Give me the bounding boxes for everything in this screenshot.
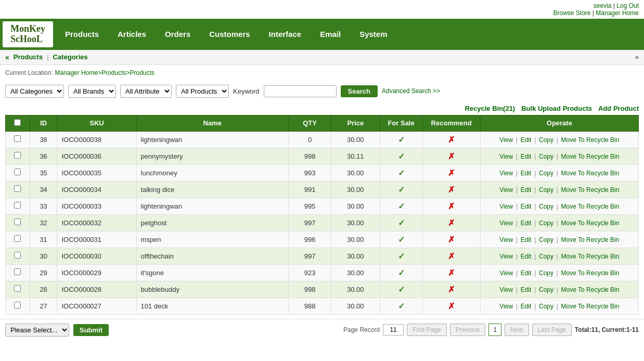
row-checkbox[interactable] — [14, 202, 21, 209]
row-operate: View | Edit | Copy | Move To Recycle Bin — [480, 281, 638, 298]
operate-move-to-recycle-bin[interactable]: Move To Recycle Bin — [561, 286, 620, 293]
brands-select[interactable]: All Brands — [68, 85, 116, 98]
previous-button[interactable]: Previous — [450, 324, 486, 336]
operate-edit[interactable]: Edit — [521, 153, 532, 160]
operate-view[interactable]: View — [499, 236, 513, 243]
browse-store-link[interactable]: Browse Store — [553, 9, 590, 17]
nav-orders[interactable]: Orders — [156, 23, 200, 45]
row-checkbox[interactable] — [14, 185, 21, 192]
header: MonKey ScHooL Products Articles Orders C… — [0, 19, 644, 50]
operate-copy[interactable]: Copy — [539, 186, 553, 194]
operate-view[interactable]: View — [499, 286, 513, 293]
row-checkbox[interactable] — [14, 152, 21, 159]
operate-edit[interactable]: Edit — [521, 170, 532, 177]
operate-move-to-recycle-bin[interactable]: Move To Recycle Bin — [561, 236, 620, 243]
operate-move-to-recycle-bin[interactable]: Move To Recycle Bin — [561, 153, 620, 160]
operate-move-to-recycle-bin[interactable]: Move To Recycle Bin — [561, 136, 620, 144]
logout-link[interactable]: Log Out — [616, 2, 639, 9]
operate-edit[interactable]: Edit — [521, 236, 532, 243]
operate-copy[interactable]: Copy — [539, 220, 553, 227]
operate-copy[interactable]: Copy — [539, 236, 553, 243]
attribute-select[interactable]: All Attribute — [120, 85, 172, 98]
row-checkbox[interactable] — [14, 252, 21, 259]
operate-view[interactable]: View — [499, 170, 513, 177]
next-button[interactable]: Next — [505, 324, 529, 336]
operate-edit[interactable]: Edit — [521, 303, 532, 310]
operate-copy[interactable]: Copy — [539, 153, 553, 160]
operate-copy[interactable]: Copy — [539, 303, 553, 310]
user-link[interactable]: seevia — [594, 2, 612, 9]
operate-edit[interactable]: Edit — [521, 269, 532, 277]
operate-view[interactable]: View — [499, 220, 513, 227]
forsale-icon: ✓ — [398, 135, 405, 144]
operate-view[interactable]: View — [499, 203, 513, 210]
search-button[interactable]: Search — [341, 85, 378, 97]
products-select[interactable]: All Products — [176, 85, 229, 98]
operate-copy[interactable]: Copy — [539, 136, 553, 144]
advanced-search-link[interactable]: Advanced Search >> — [382, 87, 440, 95]
nav-products[interactable]: Products — [56, 23, 108, 45]
row-checkbox[interactable] — [14, 135, 21, 142]
operate-move-to-recycle-bin[interactable]: Move To Recycle Bin — [561, 186, 620, 194]
row-id: 31 — [30, 231, 57, 248]
row-checkbox[interactable] — [14, 302, 21, 308]
row-checkbox[interactable] — [14, 268, 21, 275]
keyword-input[interactable] — [264, 85, 337, 97]
recommend-icon: ✗ — [448, 185, 455, 194]
submit-button[interactable]: Submit — [73, 324, 109, 336]
operate-view[interactable]: View — [499, 303, 513, 310]
operate-edit[interactable]: Edit — [521, 186, 532, 194]
row-qty: 993 — [289, 164, 331, 181]
operate-move-to-recycle-bin[interactable]: Move To Recycle Bin — [561, 170, 620, 177]
last-page-button[interactable]: Last Page — [532, 324, 572, 336]
nav-system[interactable]: System — [350, 23, 396, 45]
first-page-button[interactable]: First Page — [407, 324, 447, 336]
operate-view[interactable]: View — [499, 136, 513, 144]
row-checkbox[interactable] — [14, 285, 21, 292]
operate-edit[interactable]: Edit — [521, 220, 532, 227]
operate-edit[interactable]: Edit — [521, 203, 532, 210]
operate-edit[interactable]: Edit — [521, 253, 532, 260]
operate-move-to-recycle-bin[interactable]: Move To Recycle Bin — [561, 220, 620, 227]
row-name: petghost — [136, 214, 289, 231]
bulk-action-select[interactable]: Please Select... — [5, 324, 69, 337]
categories-select[interactable]: All Categories — [5, 85, 64, 98]
row-sku: IOCO000029 — [57, 264, 136, 281]
operate-copy[interactable]: Copy — [539, 203, 553, 210]
manager-home-link[interactable]: Manager Home — [596, 9, 639, 17]
row-checkbox[interactable] — [14, 218, 21, 225]
operate-copy[interactable]: Copy — [539, 269, 553, 277]
bulk-upload-link[interactable]: Bulk Upload Products — [521, 105, 592, 112]
location-path-link[interactable]: Manager Home>Products>Products — [55, 69, 154, 76]
row-forsale: ✓ — [380, 281, 422, 298]
operate-edit[interactable]: Edit — [521, 136, 532, 144]
row-qty: 0 — [289, 131, 331, 148]
breadcrumb-categories[interactable]: Categories — [53, 53, 88, 61]
operate-copy[interactable]: Copy — [539, 170, 553, 177]
operate-copy[interactable]: Copy — [539, 253, 553, 260]
operate-move-to-recycle-bin[interactable]: Move To Recycle Bin — [561, 269, 620, 277]
operate-edit[interactable]: Edit — [521, 286, 532, 293]
nav-interface[interactable]: Interface — [260, 23, 311, 45]
recommend-icon: ✗ — [448, 252, 455, 261]
operate-view[interactable]: View — [499, 153, 513, 160]
operate-move-to-recycle-bin[interactable]: Move To Recycle Bin — [561, 203, 620, 210]
operate-move-to-recycle-bin[interactable]: Move To Recycle Bin — [561, 253, 620, 260]
add-product-link[interactable]: Add Product — [598, 105, 639, 112]
nav-customers[interactable]: Customers — [200, 23, 259, 45]
breadcrumb-products[interactable]: Products — [14, 53, 43, 61]
row-id: 29 — [30, 264, 57, 281]
row-checkbox[interactable] — [14, 235, 21, 242]
operate-move-to-recycle-bin[interactable]: Move To Recycle Bin — [561, 303, 620, 310]
recycle-bin-link[interactable]: Recycle Bin(21) — [465, 105, 515, 112]
page-record-input[interactable] — [383, 324, 404, 336]
nav-articles[interactable]: Articles — [108, 23, 156, 45]
operate-view[interactable]: View — [499, 253, 513, 260]
select-all-checkbox[interactable] — [14, 119, 21, 126]
operate-view[interactable]: View — [499, 269, 513, 277]
operate-view[interactable]: View — [499, 186, 513, 194]
row-checkbox[interactable] — [14, 169, 21, 175]
operate-copy[interactable]: Copy — [539, 286, 553, 293]
row-name: lighteningwan — [136, 131, 289, 148]
nav-email[interactable]: Email — [311, 23, 350, 45]
